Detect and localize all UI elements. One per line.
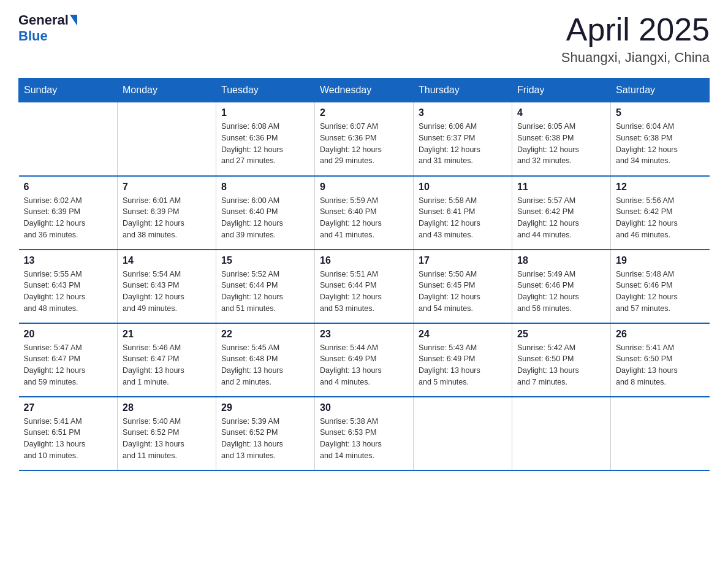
day-number: 5 <box>616 107 705 118</box>
day-number: 4 <box>517 107 605 118</box>
day-number: 17 <box>419 255 507 266</box>
day-number: 9 <box>320 182 408 193</box>
day-info: Sunrise: 5:49 AM Sunset: 6:46 PM Dayligh… <box>517 269 605 315</box>
day-info: Sunrise: 5:52 AM Sunset: 6:44 PM Dayligh… <box>221 269 309 315</box>
page-header: General Blue April 2025 Shuangxi, Jiangx… <box>18 12 710 66</box>
header-sunday: Sunday <box>19 79 118 102</box>
calendar-cell: 15Sunrise: 5:52 AM Sunset: 6:44 PM Dayli… <box>216 250 315 323</box>
calendar-cell: 29Sunrise: 5:39 AM Sunset: 6:52 PM Dayli… <box>216 397 315 470</box>
calendar-cell: 7Sunrise: 6:01 AM Sunset: 6:39 PM Daylig… <box>118 176 216 250</box>
day-info: Sunrise: 5:45 AM Sunset: 6:48 PM Dayligh… <box>221 342 309 388</box>
calendar-table: SundayMondayTuesdayWednesdayThursdayFrid… <box>18 78 710 471</box>
day-info: Sunrise: 5:57 AM Sunset: 6:42 PM Dayligh… <box>517 195 605 241</box>
day-number: 21 <box>123 329 211 340</box>
day-info: Sunrise: 6:04 AM Sunset: 6:38 PM Dayligh… <box>616 121 705 167</box>
logo: General Blue <box>18 12 78 44</box>
month-title: April 2025 <box>561 12 710 47</box>
calendar-cell <box>118 102 216 176</box>
calendar-cell: 16Sunrise: 5:51 AM Sunset: 6:44 PM Dayli… <box>315 250 414 323</box>
calendar-cell: 2Sunrise: 6:07 AM Sunset: 6:36 PM Daylig… <box>315 102 414 176</box>
calendar-cell <box>414 397 512 470</box>
day-number: 29 <box>221 402 309 413</box>
day-number: 26 <box>616 329 705 340</box>
day-info: Sunrise: 6:08 AM Sunset: 6:36 PM Dayligh… <box>221 121 309 167</box>
day-info: Sunrise: 5:59 AM Sunset: 6:40 PM Dayligh… <box>320 195 408 241</box>
day-number: 28 <box>123 402 211 413</box>
day-number: 22 <box>221 329 309 340</box>
day-info: Sunrise: 6:05 AM Sunset: 6:38 PM Dayligh… <box>517 121 605 167</box>
calendar-cell: 12Sunrise: 5:56 AM Sunset: 6:42 PM Dayli… <box>611 176 710 250</box>
day-number: 7 <box>123 182 211 193</box>
logo-blue-text: Blue <box>18 28 48 44</box>
calendar-cell: 20Sunrise: 5:47 AM Sunset: 6:47 PM Dayli… <box>19 323 118 397</box>
day-info: Sunrise: 5:48 AM Sunset: 6:46 PM Dayligh… <box>616 269 705 315</box>
logo-general-text: General <box>18 12 69 28</box>
logo-triangle-icon <box>70 15 77 26</box>
day-number: 16 <box>320 255 408 266</box>
day-number: 27 <box>24 402 113 413</box>
calendar-cell <box>611 397 710 470</box>
day-number: 25 <box>517 329 605 340</box>
calendar-cell: 4Sunrise: 6:05 AM Sunset: 6:38 PM Daylig… <box>512 102 611 176</box>
day-number: 6 <box>24 182 113 193</box>
calendar-cell: 6Sunrise: 6:02 AM Sunset: 6:39 PM Daylig… <box>19 176 118 250</box>
day-info: Sunrise: 5:40 AM Sunset: 6:52 PM Dayligh… <box>123 416 211 462</box>
day-info: Sunrise: 5:55 AM Sunset: 6:43 PM Dayligh… <box>24 269 113 315</box>
calendar-cell: 13Sunrise: 5:55 AM Sunset: 6:43 PM Dayli… <box>19 250 118 323</box>
calendar-cell: 1Sunrise: 6:08 AM Sunset: 6:36 PM Daylig… <box>216 102 315 176</box>
calendar-week-row: 1Sunrise: 6:08 AM Sunset: 6:36 PM Daylig… <box>19 102 710 176</box>
calendar-cell: 5Sunrise: 6:04 AM Sunset: 6:38 PM Daylig… <box>611 102 710 176</box>
day-number: 10 <box>419 182 507 193</box>
day-number: 1 <box>221 107 309 118</box>
day-info: Sunrise: 5:43 AM Sunset: 6:49 PM Dayligh… <box>419 342 507 388</box>
calendar-cell: 30Sunrise: 5:38 AM Sunset: 6:53 PM Dayli… <box>315 397 414 470</box>
calendar-cell: 14Sunrise: 5:54 AM Sunset: 6:43 PM Dayli… <box>118 250 216 323</box>
calendar-week-row: 27Sunrise: 5:41 AM Sunset: 6:51 PM Dayli… <box>19 397 710 470</box>
header-wednesday: Wednesday <box>315 79 414 102</box>
calendar-week-row: 20Sunrise: 5:47 AM Sunset: 6:47 PM Dayli… <box>19 323 710 397</box>
day-info: Sunrise: 6:02 AM Sunset: 6:39 PM Dayligh… <box>24 195 113 241</box>
calendar-cell: 9Sunrise: 5:59 AM Sunset: 6:40 PM Daylig… <box>315 176 414 250</box>
day-number: 20 <box>24 329 113 340</box>
day-info: Sunrise: 6:07 AM Sunset: 6:36 PM Dayligh… <box>320 121 408 167</box>
day-info: Sunrise: 5:51 AM Sunset: 6:44 PM Dayligh… <box>320 269 408 315</box>
calendar-week-row: 13Sunrise: 5:55 AM Sunset: 6:43 PM Dayli… <box>19 250 710 323</box>
calendar-cell: 25Sunrise: 5:42 AM Sunset: 6:50 PM Dayli… <box>512 323 611 397</box>
day-number: 14 <box>123 255 211 266</box>
calendar-cell: 24Sunrise: 5:43 AM Sunset: 6:49 PM Dayli… <box>414 323 512 397</box>
calendar-cell: 8Sunrise: 6:00 AM Sunset: 6:40 PM Daylig… <box>216 176 315 250</box>
day-info: Sunrise: 5:56 AM Sunset: 6:42 PM Dayligh… <box>616 195 705 241</box>
calendar-week-row: 6Sunrise: 6:02 AM Sunset: 6:39 PM Daylig… <box>19 176 710 250</box>
day-number: 15 <box>221 255 309 266</box>
calendar-cell <box>512 397 611 470</box>
calendar-cell: 28Sunrise: 5:40 AM Sunset: 6:52 PM Dayli… <box>118 397 216 470</box>
header-thursday: Thursday <box>414 79 512 102</box>
day-info: Sunrise: 6:01 AM Sunset: 6:39 PM Dayligh… <box>123 195 211 241</box>
day-info: Sunrise: 5:50 AM Sunset: 6:45 PM Dayligh… <box>419 269 507 315</box>
day-info: Sunrise: 5:46 AM Sunset: 6:47 PM Dayligh… <box>123 342 211 388</box>
day-number: 23 <box>320 329 408 340</box>
calendar-cell <box>19 102 118 176</box>
calendar-cell: 19Sunrise: 5:48 AM Sunset: 6:46 PM Dayli… <box>611 250 710 323</box>
calendar-cell: 21Sunrise: 5:46 AM Sunset: 6:47 PM Dayli… <box>118 323 216 397</box>
calendar-cell: 27Sunrise: 5:41 AM Sunset: 6:51 PM Dayli… <box>19 397 118 470</box>
day-info: Sunrise: 5:58 AM Sunset: 6:41 PM Dayligh… <box>419 195 507 241</box>
day-number: 30 <box>320 402 408 413</box>
day-info: Sunrise: 5:38 AM Sunset: 6:53 PM Dayligh… <box>320 416 408 462</box>
day-number: 11 <box>517 182 605 193</box>
calendar-cell: 10Sunrise: 5:58 AM Sunset: 6:41 PM Dayli… <box>414 176 512 250</box>
day-number: 13 <box>24 255 113 266</box>
calendar-cell: 23Sunrise: 5:44 AM Sunset: 6:49 PM Dayli… <box>315 323 414 397</box>
header-saturday: Saturday <box>611 79 710 102</box>
day-info: Sunrise: 5:41 AM Sunset: 6:50 PM Dayligh… <box>616 342 705 388</box>
calendar-cell: 18Sunrise: 5:49 AM Sunset: 6:46 PM Dayli… <box>512 250 611 323</box>
day-number: 24 <box>419 329 507 340</box>
day-info: Sunrise: 5:44 AM Sunset: 6:49 PM Dayligh… <box>320 342 408 388</box>
header-friday: Friday <box>512 79 611 102</box>
day-info: Sunrise: 6:00 AM Sunset: 6:40 PM Dayligh… <box>221 195 309 241</box>
day-number: 12 <box>616 182 705 193</box>
day-info: Sunrise: 5:54 AM Sunset: 6:43 PM Dayligh… <box>123 269 211 315</box>
calendar-cell: 11Sunrise: 5:57 AM Sunset: 6:42 PM Dayli… <box>512 176 611 250</box>
calendar-cell: 17Sunrise: 5:50 AM Sunset: 6:45 PM Dayli… <box>414 250 512 323</box>
title-section: April 2025 Shuangxi, Jiangxi, China <box>561 12 710 66</box>
